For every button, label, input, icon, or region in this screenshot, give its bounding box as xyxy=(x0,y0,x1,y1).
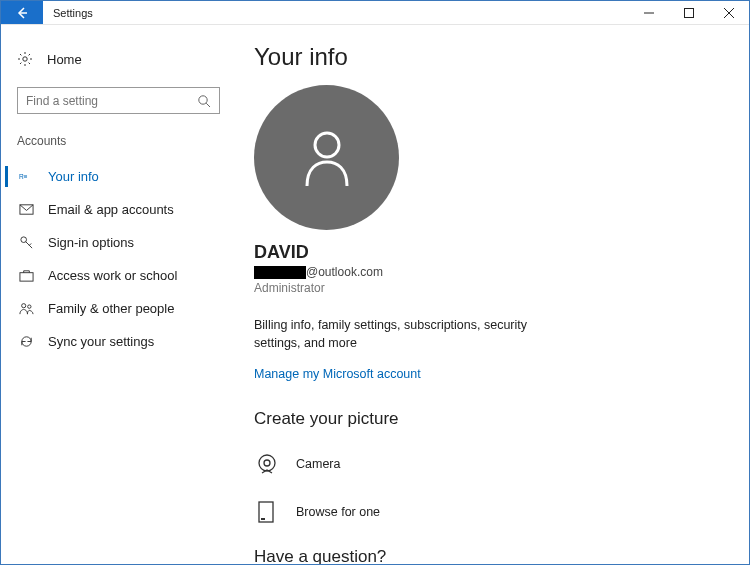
svg-rect-13 xyxy=(261,518,265,520)
svg-point-1 xyxy=(23,57,27,61)
svg-rect-6 xyxy=(20,273,33,281)
sidebar-item-label: Sign-in options xyxy=(48,235,134,250)
email: @outlook.com xyxy=(254,265,719,279)
main-content[interactable]: Your info DAVID @outlook.com Administrat… xyxy=(236,25,749,564)
browse-label: Browse for one xyxy=(296,505,380,519)
sidebar-item-sync[interactable]: Sync your settings xyxy=(1,325,236,358)
sidebar: Home Accounts R≡ Your info Email & app a… xyxy=(1,25,236,564)
sidebar-item-label: Email & app accounts xyxy=(48,202,174,217)
briefcase-icon xyxy=(19,268,34,283)
mail-icon xyxy=(19,202,34,217)
key-icon xyxy=(19,235,34,250)
camera-label: Camera xyxy=(296,457,340,471)
sidebar-item-email[interactable]: Email & app accounts xyxy=(1,193,236,226)
svg-point-9 xyxy=(315,133,339,157)
camera-icon xyxy=(254,451,280,477)
camera-button[interactable]: Camera xyxy=(254,451,719,477)
email-domain: @outlook.com xyxy=(306,265,383,279)
sidebar-item-label: Your info xyxy=(48,169,99,184)
sidebar-item-your-info[interactable]: R≡ Your info xyxy=(1,160,236,193)
identity-icon: R≡ xyxy=(19,169,34,184)
sidebar-item-label: Family & other people xyxy=(48,301,174,316)
minimize-icon xyxy=(644,8,654,18)
manage-account-link[interactable]: Manage my Microsoft account xyxy=(254,367,421,381)
window-title: Settings xyxy=(43,1,103,24)
svg-rect-0 xyxy=(685,8,694,17)
maximize-icon xyxy=(684,8,694,18)
section-label: Accounts xyxy=(1,134,236,160)
svg-point-2 xyxy=(199,95,207,103)
close-icon xyxy=(724,8,734,18)
sidebar-item-label: Access work or school xyxy=(48,268,177,283)
svg-point-8 xyxy=(28,305,31,308)
svg-point-7 xyxy=(22,304,26,308)
account-description: Billing info, family settings, subscript… xyxy=(254,317,564,352)
sidebar-item-work[interactable]: Access work or school xyxy=(1,259,236,292)
search-icon xyxy=(197,94,211,108)
sidebar-item-signin[interactable]: Sign-in options xyxy=(1,226,236,259)
user-role: Administrator xyxy=(254,281,719,295)
search-input[interactable] xyxy=(26,94,197,108)
svg-point-10 xyxy=(259,455,275,471)
avatar xyxy=(254,85,399,230)
back-button[interactable] xyxy=(1,1,43,24)
gear-icon xyxy=(17,51,33,67)
search-input-wrap[interactable] xyxy=(17,87,220,114)
close-button[interactable] xyxy=(709,1,749,24)
person-icon xyxy=(302,128,352,188)
svg-text:R≡: R≡ xyxy=(19,173,28,180)
browse-button[interactable]: Browse for one xyxy=(254,499,719,525)
people-icon xyxy=(19,301,34,316)
email-redacted xyxy=(254,266,306,279)
arrow-left-icon xyxy=(14,5,30,21)
home-label: Home xyxy=(47,52,82,67)
picture-heading: Create your picture xyxy=(254,409,719,429)
browse-icon xyxy=(254,499,280,525)
sidebar-item-label: Sync your settings xyxy=(48,334,154,349)
svg-point-11 xyxy=(264,460,270,466)
question-heading: Have a question? xyxy=(254,547,719,564)
titlebar: Settings xyxy=(1,1,749,25)
username: DAVID xyxy=(254,242,719,263)
sync-icon xyxy=(19,334,34,349)
home-button[interactable]: Home xyxy=(1,45,236,73)
minimize-button[interactable] xyxy=(629,1,669,24)
page-title: Your info xyxy=(254,43,719,71)
maximize-button[interactable] xyxy=(669,1,709,24)
sidebar-item-family[interactable]: Family & other people xyxy=(1,292,236,325)
